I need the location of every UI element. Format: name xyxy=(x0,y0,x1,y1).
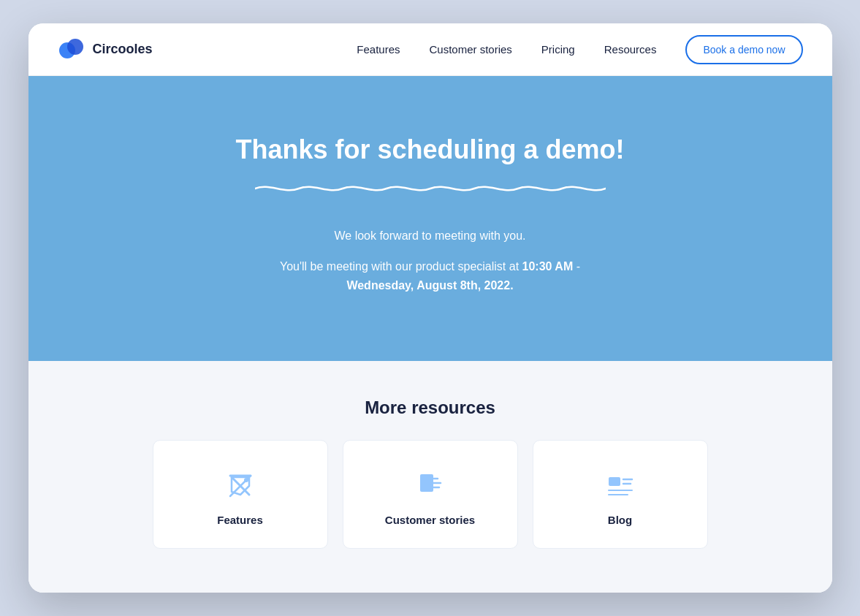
svg-point-1 xyxy=(67,39,83,55)
resources-title: More resources xyxy=(72,398,788,418)
resource-card-blog[interactable]: Blog xyxy=(533,440,708,549)
nav-item-features[interactable]: Features xyxy=(357,43,400,56)
logo-icon xyxy=(58,36,85,64)
nav-item-pricing[interactable]: Pricing xyxy=(541,43,575,56)
nav-links: Features Customer stories Pricing Resour… xyxy=(357,43,656,56)
navbar: Circooles Features Customer stories Pric… xyxy=(28,23,832,76)
nav-item-customer-stories[interactable]: Customer stories xyxy=(429,43,511,56)
resource-cards: Features Customer stories xyxy=(72,440,788,549)
document-icon xyxy=(414,470,446,502)
wavy-decoration xyxy=(255,180,606,197)
meeting-time: 10:30 AM xyxy=(522,260,574,273)
resources-section: More resources Features xyxy=(28,361,832,593)
svg-rect-10 xyxy=(609,477,620,486)
meeting-separator: - xyxy=(573,260,580,273)
hero-subtitle: We look forward to meeting with you. xyxy=(58,229,803,243)
logo-name: Circooles xyxy=(93,42,153,57)
book-demo-button[interactable]: Book a demo now xyxy=(685,35,802,64)
browser-window: Circooles Features Customer stories Pric… xyxy=(28,23,832,592)
resource-card-blog-label: Blog xyxy=(608,514,632,526)
resource-card-customer-stories[interactable]: Customer stories xyxy=(343,440,518,549)
meeting-prefix: You'll be meeting with our product speci… xyxy=(280,260,522,273)
tag-icon xyxy=(224,470,256,502)
resource-card-features-label: Features xyxy=(217,514,263,526)
hero-section: Thanks for scheduling a demo! We look fo… xyxy=(28,76,832,360)
nav-item-resources[interactable]: Resources xyxy=(604,43,657,56)
resource-card-features[interactable]: Features xyxy=(153,440,328,549)
hero-title: Thanks for scheduling a demo! xyxy=(58,134,803,165)
resource-card-customer-stories-label: Customer stories xyxy=(385,514,475,526)
blog-icon xyxy=(604,470,636,502)
meeting-date: Wednesday, August 8th, 2022. xyxy=(346,279,513,292)
logo-area: Circooles xyxy=(58,36,153,64)
hero-meeting-info: You'll be meeting with our product speci… xyxy=(58,257,803,294)
